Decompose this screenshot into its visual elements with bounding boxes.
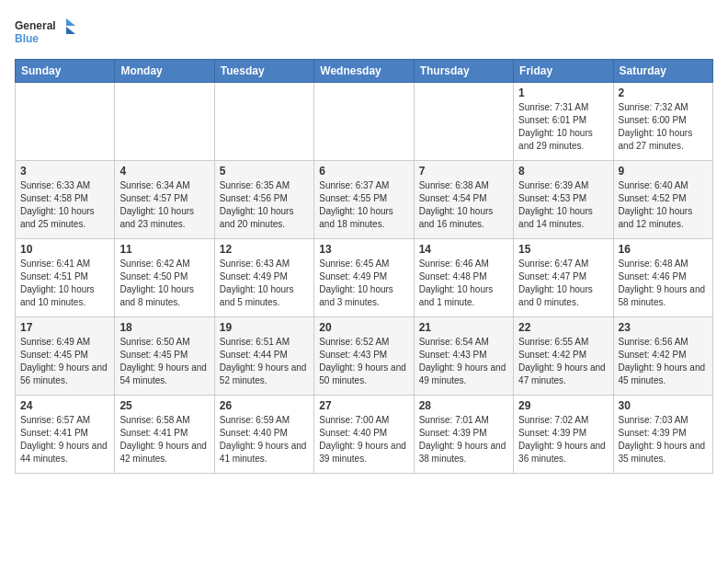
svg-text:Blue: Blue xyxy=(15,32,39,45)
day-number: 23 xyxy=(619,321,708,334)
day-number: 6 xyxy=(319,165,408,178)
calendar-cell: 21Sunrise: 6:54 AM Sunset: 4:43 PM Dayli… xyxy=(414,317,513,396)
day-info: Sunrise: 6:59 AM Sunset: 4:40 PM Dayligh… xyxy=(220,414,309,465)
day-info: Sunrise: 6:39 AM Sunset: 4:53 PM Dayligh… xyxy=(518,179,608,231)
week-row-2: 3Sunrise: 6:33 AM Sunset: 4:58 PM Daylig… xyxy=(16,161,713,239)
day-header-tuesday: Tuesday xyxy=(214,60,313,83)
calendar-cell: 27Sunrise: 7:00 AM Sunset: 4:40 PM Dayli… xyxy=(314,396,414,474)
day-info: Sunrise: 7:31 AM Sunset: 6:01 PM Dayligh… xyxy=(518,101,608,153)
day-info: Sunrise: 7:00 AM Sunset: 4:40 PM Dayligh… xyxy=(319,414,408,465)
day-info: Sunrise: 6:42 AM Sunset: 4:50 PM Dayligh… xyxy=(119,258,209,309)
day-number: 9 xyxy=(619,165,708,178)
logo: General Blue xyxy=(15,15,79,52)
calendar-cell: 9Sunrise: 6:40 AM Sunset: 4:52 PM Daylig… xyxy=(613,161,712,239)
calendar-cell: 19Sunrise: 6:51 AM Sunset: 4:44 PM Dayli… xyxy=(214,317,313,396)
calendar-cell: 24Sunrise: 6:57 AM Sunset: 4:41 PM Dayli… xyxy=(16,396,115,474)
calendar-cell: 8Sunrise: 6:39 AM Sunset: 4:53 PM Daylig… xyxy=(514,161,613,239)
calendar-cell: 20Sunrise: 6:52 AM Sunset: 4:43 PM Dayli… xyxy=(314,317,414,396)
day-header-monday: Monday xyxy=(115,60,214,83)
day-info: Sunrise: 6:46 AM Sunset: 4:48 PM Dayligh… xyxy=(419,258,508,309)
day-info: Sunrise: 6:38 AM Sunset: 4:54 PM Dayligh… xyxy=(419,179,508,231)
day-number: 18 xyxy=(119,321,209,334)
day-header-thursday: Thursday xyxy=(414,60,513,83)
day-number: 7 xyxy=(419,165,508,178)
calendar-cell: 22Sunrise: 6:55 AM Sunset: 4:42 PM Dayli… xyxy=(514,317,613,396)
calendar-cell: 26Sunrise: 6:59 AM Sunset: 4:40 PM Dayli… xyxy=(214,396,313,474)
calendar-cell xyxy=(414,83,513,161)
day-info: Sunrise: 6:50 AM Sunset: 4:45 PM Dayligh… xyxy=(119,336,209,387)
day-info: Sunrise: 6:45 AM Sunset: 4:49 PM Dayligh… xyxy=(319,258,408,309)
day-info: Sunrise: 6:58 AM Sunset: 4:41 PM Dayligh… xyxy=(119,414,209,465)
day-info: Sunrise: 6:48 AM Sunset: 4:46 PM Dayligh… xyxy=(619,258,708,309)
logo-svg: General Blue xyxy=(15,15,79,52)
day-info: Sunrise: 7:02 AM Sunset: 4:39 PM Dayligh… xyxy=(518,414,608,465)
day-header-saturday: Saturday xyxy=(613,60,712,83)
calendar-cell: 16Sunrise: 6:48 AM Sunset: 4:46 PM Dayli… xyxy=(613,239,712,317)
day-number: 27 xyxy=(319,399,408,412)
week-row-5: 24Sunrise: 6:57 AM Sunset: 4:41 PM Dayli… xyxy=(16,396,713,474)
day-header-wednesday: Wednesday xyxy=(314,60,414,83)
calendar-cell: 18Sunrise: 6:50 AM Sunset: 4:45 PM Dayli… xyxy=(115,317,214,396)
day-number: 8 xyxy=(518,165,608,178)
day-number: 1 xyxy=(518,86,608,99)
day-number: 15 xyxy=(518,243,608,256)
day-number: 11 xyxy=(119,243,209,256)
day-info: Sunrise: 6:41 AM Sunset: 4:51 PM Dayligh… xyxy=(20,258,109,309)
calendar-cell xyxy=(16,83,115,161)
day-number: 24 xyxy=(20,399,109,412)
calendar-cell xyxy=(214,83,313,161)
calendar-cell: 14Sunrise: 6:46 AM Sunset: 4:48 PM Dayli… xyxy=(414,239,513,317)
calendar-cell: 4Sunrise: 6:34 AM Sunset: 4:57 PM Daylig… xyxy=(115,161,214,239)
day-number: 30 xyxy=(619,399,708,412)
week-row-3: 10Sunrise: 6:41 AM Sunset: 4:51 PM Dayli… xyxy=(16,239,713,317)
svg-text:General: General xyxy=(15,19,56,32)
day-number: 20 xyxy=(319,321,408,334)
calendar-cell: 3Sunrise: 6:33 AM Sunset: 4:58 PM Daylig… xyxy=(16,161,115,239)
day-number: 17 xyxy=(20,321,109,334)
calendar-cell: 23Sunrise: 6:56 AM Sunset: 4:42 PM Dayli… xyxy=(613,317,712,396)
calendar-cell xyxy=(314,83,414,161)
week-row-1: 1Sunrise: 7:31 AM Sunset: 6:01 PM Daylig… xyxy=(16,83,713,161)
day-number: 21 xyxy=(419,321,508,334)
day-number: 29 xyxy=(518,399,608,412)
day-info: Sunrise: 6:51 AM Sunset: 4:44 PM Dayligh… xyxy=(220,336,309,387)
day-header-sunday: Sunday xyxy=(16,60,115,83)
day-info: Sunrise: 6:57 AM Sunset: 4:41 PM Dayligh… xyxy=(20,414,109,465)
calendar-header-row: SundayMondayTuesdayWednesdayThursdayFrid… xyxy=(16,60,713,83)
day-number: 3 xyxy=(20,165,109,178)
day-info: Sunrise: 6:40 AM Sunset: 4:52 PM Dayligh… xyxy=(619,179,708,231)
calendar-cell xyxy=(115,83,214,161)
calendar-cell: 12Sunrise: 6:43 AM Sunset: 4:49 PM Dayli… xyxy=(214,239,313,317)
calendar-cell: 17Sunrise: 6:49 AM Sunset: 4:45 PM Dayli… xyxy=(16,317,115,396)
day-info: Sunrise: 6:43 AM Sunset: 4:49 PM Dayligh… xyxy=(220,258,309,309)
calendar-cell: 28Sunrise: 7:01 AM Sunset: 4:39 PM Dayli… xyxy=(414,396,513,474)
calendar-cell: 11Sunrise: 6:42 AM Sunset: 4:50 PM Dayli… xyxy=(115,239,214,317)
day-info: Sunrise: 7:03 AM Sunset: 4:39 PM Dayligh… xyxy=(619,414,708,465)
day-info: Sunrise: 7:01 AM Sunset: 4:39 PM Dayligh… xyxy=(419,414,508,465)
day-number: 16 xyxy=(619,243,708,256)
day-header-friday: Friday xyxy=(514,60,613,83)
calendar-cell: 1Sunrise: 7:31 AM Sunset: 6:01 PM Daylig… xyxy=(514,83,613,161)
calendar-cell: 29Sunrise: 7:02 AM Sunset: 4:39 PM Dayli… xyxy=(514,396,613,474)
calendar-cell: 7Sunrise: 6:38 AM Sunset: 4:54 PM Daylig… xyxy=(414,161,513,239)
calendar-cell: 30Sunrise: 7:03 AM Sunset: 4:39 PM Dayli… xyxy=(613,396,712,474)
day-info: Sunrise: 6:47 AM Sunset: 4:47 PM Dayligh… xyxy=(518,258,608,309)
day-number: 10 xyxy=(20,243,109,256)
day-info: Sunrise: 6:33 AM Sunset: 4:58 PM Dayligh… xyxy=(20,179,109,231)
day-info: Sunrise: 6:54 AM Sunset: 4:43 PM Dayligh… xyxy=(419,336,508,387)
calendar-cell: 5Sunrise: 6:35 AM Sunset: 4:56 PM Daylig… xyxy=(214,161,313,239)
calendar-cell: 6Sunrise: 6:37 AM Sunset: 4:55 PM Daylig… xyxy=(314,161,414,239)
day-number: 28 xyxy=(419,399,508,412)
day-number: 19 xyxy=(220,321,309,334)
calendar-cell: 2Sunrise: 7:32 AM Sunset: 6:00 PM Daylig… xyxy=(613,83,712,161)
day-number: 12 xyxy=(220,243,309,256)
svg-marker-3 xyxy=(66,27,75,34)
day-number: 26 xyxy=(220,399,309,412)
day-info: Sunrise: 6:55 AM Sunset: 4:42 PM Dayligh… xyxy=(518,336,608,387)
day-info: Sunrise: 6:52 AM Sunset: 4:43 PM Dayligh… xyxy=(319,336,408,387)
day-number: 5 xyxy=(220,165,309,178)
day-info: Sunrise: 7:32 AM Sunset: 6:00 PM Dayligh… xyxy=(619,101,708,153)
week-row-4: 17Sunrise: 6:49 AM Sunset: 4:45 PM Dayli… xyxy=(16,317,713,396)
day-info: Sunrise: 6:37 AM Sunset: 4:55 PM Dayligh… xyxy=(319,179,408,231)
day-number: 13 xyxy=(319,243,408,256)
